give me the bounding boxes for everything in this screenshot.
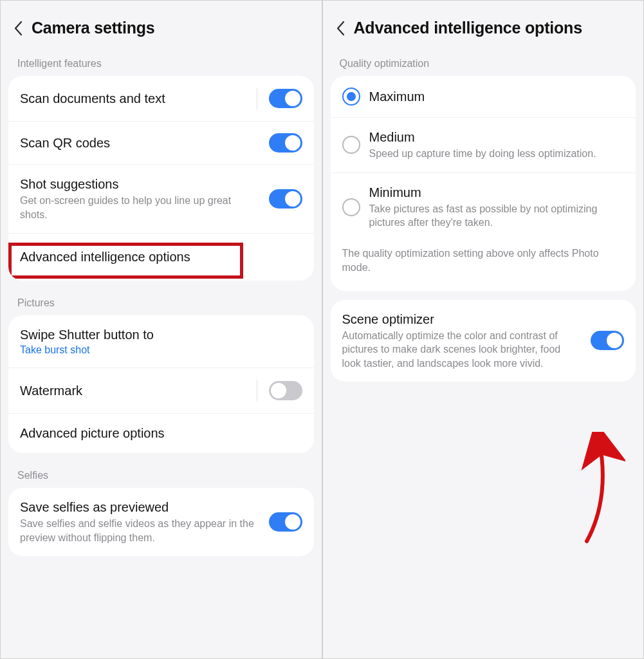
row-title: Shot suggestions [20,176,260,192]
row-subtitle: Automatically optimize the color and con… [342,329,582,371]
header: Camera settings [1,1,322,50]
toggle-shot-suggestions[interactable] [269,189,302,209]
radio-maximum[interactable] [342,88,360,106]
row-advanced-picture-options[interactable]: Advanced picture options [8,413,314,453]
row-watermark[interactable]: Watermark [8,367,314,413]
row-title: Scene optimizer [342,311,582,328]
page-title: Camera settings [32,19,155,37]
row-title: Save selfies as previewed [20,499,260,515]
toggle-scene-optimizer[interactable] [591,331,624,350]
row-title: Advanced picture options [20,425,302,441]
row-subtitle: Save selfies and selfie videos as they a… [20,517,260,544]
radio-row-minimum[interactable]: Minimum Take pictures as fast as possibl… [331,172,636,241]
intelligent-features-card: Scan documents and text Scan QR codes Sh… [8,76,314,281]
row-advanced-intelligence[interactable]: Advanced intelligence options [8,233,314,281]
section-header-selfies: Selfies [1,462,322,488]
row-title: Watermark [20,383,248,399]
advanced-intelligence-pane: Advanced intelligence options Quality op… [323,1,644,658]
scene-optimizer-card: Scene optimizer Automatically optimize t… [331,300,636,382]
quality-note: The quality optimization setting above o… [331,241,636,291]
back-icon[interactable] [14,20,23,37]
radio-row-maximum[interactable]: Maximum [331,76,636,117]
section-header-quality: Quality optimization [323,50,644,76]
row-swipe-shutter[interactable]: Swipe Shutter button to Take burst shot [8,315,314,367]
radio-medium[interactable] [342,136,360,154]
camera-settings-pane: Camera settings Intelligent features Sca… [1,1,323,658]
section-header-intelligent: Intelligent features [1,50,322,76]
toggle-scan-documents[interactable] [269,89,302,108]
radio-row-medium[interactable]: Medium Speed up capture time by doing le… [331,117,636,172]
divider [257,88,257,109]
row-shot-suggestions[interactable]: Shot suggestions Get on-screen guides to… [8,164,314,233]
row-scan-qr[interactable]: Scan QR codes [8,121,314,164]
row-title: Maximum [369,89,625,105]
row-title: Scan QR codes [20,135,260,151]
row-title: Advanced intelligence options [20,249,302,265]
radio-minimum[interactable] [342,198,360,216]
page-title: Advanced intelligence options [354,19,582,37]
annotation-arrow-icon [567,432,625,548]
row-save-selfies-previewed[interactable]: Save selfies as previewed Save selfies a… [8,488,314,556]
row-title: Swipe Shutter button to [20,327,302,343]
header: Advanced intelligence options [323,1,644,50]
section-header-pictures: Pictures [1,290,322,315]
selfies-card: Save selfies as previewed Save selfies a… [8,488,314,556]
toggle-save-selfies-previewed[interactable] [269,512,302,532]
row-subtitle: Get on-screen guides to help you line up… [20,194,260,221]
pictures-card: Swipe Shutter button to Take burst shot … [8,315,314,453]
row-subtitle: Take pictures as fast as possible by not… [369,202,625,230]
toggle-watermark[interactable] [269,381,302,400]
row-title: Medium [369,129,625,145]
row-scene-optimizer[interactable]: Scene optimizer Automatically optimize t… [331,300,636,382]
row-title: Scan documents and text [20,91,248,107]
quality-optimization-card: Maximum Medium Speed up capture time by … [331,76,636,291]
row-value: Take burst shot [20,344,302,356]
toggle-scan-qr[interactable] [269,133,302,153]
back-icon[interactable] [336,20,345,37]
row-scan-documents[interactable]: Scan documents and text [8,76,314,121]
row-title: Minimum [369,185,625,201]
divider [257,380,257,402]
row-subtitle: Speed up capture time by doing less opti… [369,147,625,161]
